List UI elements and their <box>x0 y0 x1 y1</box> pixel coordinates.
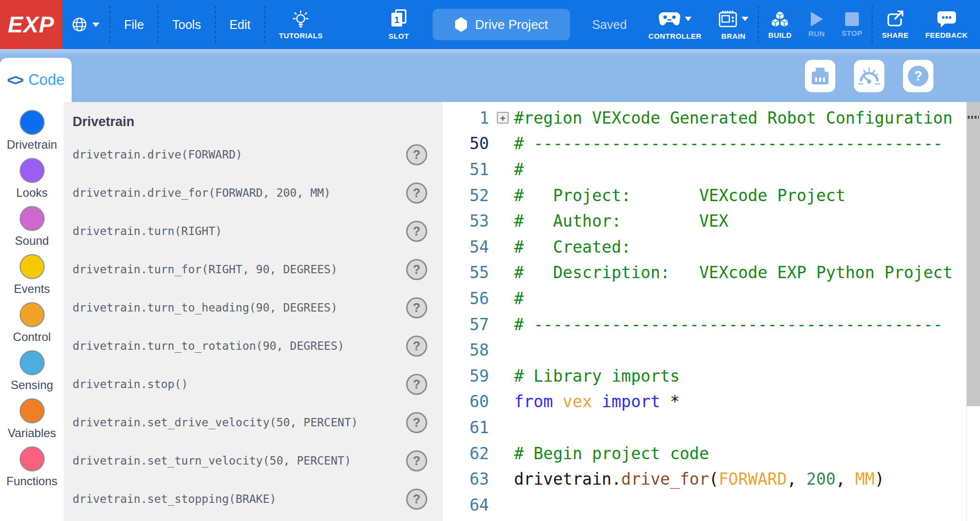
sidebar-category[interactable]: Control <box>0 302 64 350</box>
command-help-button[interactable]: ? <box>406 259 427 280</box>
fold-toggle-icon[interactable]: + <box>497 112 509 124</box>
category-color-dot[interactable] <box>20 398 45 423</box>
code-line[interactable]: 62 + # Begin project code <box>442 441 980 467</box>
code-line[interactable]: 57 + # ---------------------------------… <box>442 312 980 338</box>
help-button[interactable]: ? <box>903 60 933 92</box>
command-text[interactable]: drivetrain.drive_for(FORWARD, 200, MM) <box>73 186 331 199</box>
sidebar-category[interactable]: Functions <box>0 446 64 495</box>
device-port-button[interactable] <box>805 60 835 92</box>
code-line[interactable]: 63 + drivetrain.drive_for(FORWARD, 200, … <box>442 466 980 492</box>
code-line-text: # <box>514 289 524 308</box>
build-button[interactable]: BUILD <box>760 0 800 49</box>
dashboard-gauge-button[interactable] <box>854 60 884 92</box>
code-line[interactable]: 58 + <box>442 337 980 363</box>
chevron-down-icon <box>685 17 692 21</box>
command-text[interactable]: drivetrain.turn_to_rotation(90, DEGREES) <box>73 339 344 352</box>
feedback-button[interactable]: FEEDBACK <box>917 0 976 49</box>
code-line[interactable]: 55 + # Description: VEXcode EXP Python P… <box>442 260 980 286</box>
command-row: drivetrain.set_stopping(BRAKE) ? <box>73 480 442 518</box>
stop-square-icon <box>845 12 859 26</box>
command-text[interactable]: drivetrain.drive(FORWARD) <box>73 148 242 161</box>
code-line[interactable]: 54 + # Created: <box>442 234 980 260</box>
command-text[interactable]: drivetrain.turn(RIGHT) <box>73 225 222 237</box>
code-line-text: # Author: VEX <box>514 211 728 231</box>
command-help-button[interactable]: ? <box>406 450 427 471</box>
command-text[interactable]: drivetrain.stop() <box>73 378 188 391</box>
command-row: drivetrain.turn_to_rotation(90, DEGREES)… <box>73 327 442 365</box>
line-number: 56 <box>442 289 491 308</box>
command-help-button[interactable]: ? <box>406 412 427 433</box>
hexagon-icon <box>455 17 467 32</box>
command-help-button[interactable]: ? <box>406 297 427 318</box>
share-icon <box>886 10 904 28</box>
command-text[interactable]: drivetrain.turn_to_heading(90, DEGREES) <box>73 301 337 314</box>
code-line[interactable]: 53 + # Author: VEX <box>442 208 980 234</box>
fold-gutter: + <box>491 267 514 279</box>
brain-button[interactable]: BRAIN <box>710 0 757 49</box>
category-color-dot[interactable] <box>20 206 45 231</box>
code-line[interactable]: 1 + #region VEXcode Generated Robot Conf… <box>442 105 980 131</box>
menu-edit[interactable]: Edit <box>217 0 263 49</box>
command-row: drivetrain.drive_for(FORWARD, 200, MM) ? <box>73 174 442 212</box>
code-line-text: # Library imports <box>514 366 680 386</box>
line-number: 60 <box>442 392 491 411</box>
controller-button[interactable]: CONTROLLER <box>640 0 710 49</box>
brain-label: BRAIN <box>721 32 746 40</box>
sidebar-category[interactable]: Sensing <box>0 350 64 398</box>
code-lines: 1 + #region VEXcode Generated Robot Conf… <box>442 102 980 518</box>
command-text[interactable]: drivetrain.set_turn_velocity(50, PERCENT… <box>73 454 351 467</box>
command-row: drivetrain.drive(FORWARD) ? <box>73 135 442 174</box>
feedback-bubble-icon <box>936 10 957 28</box>
toolbar-divider <box>109 6 110 43</box>
category-color-dot[interactable] <box>20 350 45 375</box>
sidebar-category[interactable]: Drivetrain <box>0 110 64 158</box>
category-color-dot[interactable] <box>20 302 45 327</box>
category-color-dot[interactable] <box>20 254 45 279</box>
scrollbar-thumb[interactable] <box>967 102 980 406</box>
command-text[interactable]: drivetrain.set_stopping(BRAKE) <box>73 493 276 505</box>
command-text[interactable]: drivetrain.turn_for(RIGHT, 90, DEGREES) <box>73 263 337 276</box>
language-menu-button[interactable] <box>62 0 108 49</box>
tutorials-button[interactable]: TUTORIALS <box>266 0 335 49</box>
code-line[interactable]: 60 + from vex import * <box>442 389 980 415</box>
project-name-button[interactable]: Drive Project <box>433 9 570 40</box>
code-line[interactable]: 61 + <box>442 415 980 441</box>
fold-gutter: + <box>491 370 514 382</box>
code-line[interactable]: 59 + # Library imports <box>442 363 980 389</box>
command-help-button[interactable]: ? <box>406 336 427 357</box>
code-line-text: # <box>514 160 524 179</box>
code-line-text: # Begin project code <box>514 444 709 463</box>
code-line[interactable]: 52 + # Project: VEXcode Project <box>442 182 980 208</box>
menu-file[interactable]: File <box>111 0 156 49</box>
sidebar-category[interactable]: Events <box>0 254 64 302</box>
fold-gutter: + <box>491 473 514 485</box>
share-button[interactable]: SHARE <box>874 0 917 49</box>
command-help-button[interactable]: ? <box>406 374 427 395</box>
toolbar-divider <box>872 6 873 43</box>
sidebar-category[interactable]: Variables <box>0 398 64 446</box>
toolbar-divider <box>758 6 759 43</box>
category-color-dot[interactable] <box>20 446 45 471</box>
command-help-button[interactable]: ? <box>406 144 427 165</box>
command-help-button[interactable]: ? <box>406 182 427 204</box>
editor-scrollbar[interactable] <box>966 102 980 521</box>
command-row: drivetrain.turn_to_heading(90, DEGREES) … <box>73 288 442 327</box>
menu-tools[interactable]: Tools <box>159 0 213 49</box>
code-editor[interactable]: 1 + #region VEXcode Generated Robot Conf… <box>442 102 980 521</box>
tab-code[interactable]: <> Code <box>0 58 72 102</box>
code-line[interactable]: 64 + <box>442 492 980 518</box>
line-number: 1 <box>442 108 491 128</box>
command-panel-header: Drivetrain <box>73 113 442 130</box>
category-color-dot[interactable] <box>20 110 45 135</box>
sidebar-category[interactable]: Looks <box>0 158 64 206</box>
slot-button[interactable]: 1 SLOT <box>380 0 418 49</box>
command-help-button[interactable]: ? <box>406 221 427 242</box>
code-line[interactable]: 50 + # ---------------------------------… <box>442 131 980 157</box>
code-line[interactable]: 51 + # <box>442 156 980 182</box>
command-help-button[interactable]: ? <box>406 489 427 510</box>
fold-gutter: + <box>491 215 514 227</box>
category-color-dot[interactable] <box>20 158 45 183</box>
code-line[interactable]: 56 + # <box>442 286 980 312</box>
sidebar-category[interactable]: Sound <box>0 206 64 254</box>
command-text[interactable]: drivetrain.set_drive_velocity(50, PERCEN… <box>73 416 358 429</box>
